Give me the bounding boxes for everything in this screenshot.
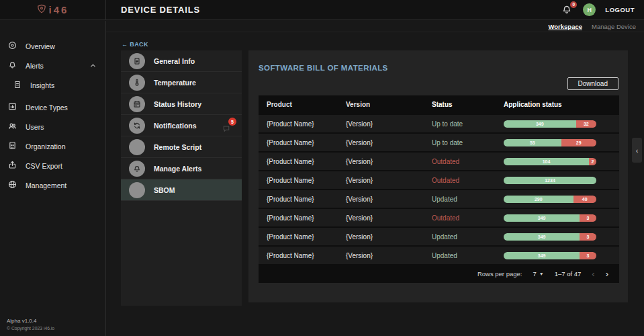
table-row[interactable]: {Product Name} {Version} Updated 349 3 [259, 247, 619, 264]
menu-item-label: Temperature [154, 79, 196, 87]
menu-item-remote-script[interactable]: Remote Script [121, 136, 242, 158]
manage-device-link[interactable]: Manage Device [592, 23, 636, 30]
table-header: Product Version Status Application statu… [259, 95, 619, 114]
sidebar-item-insights[interactable]: Insights [0, 75, 105, 95]
version-cell: {Version} [346, 120, 432, 128]
product-cell: {Product Name} [259, 252, 346, 259]
workspace-link[interactable]: Workspace [548, 23, 582, 30]
back-link[interactable]: ← BACK [122, 41, 148, 48]
version-cell: {Version} [346, 252, 432, 259]
topbar: i46 DEVICE DETAILS 0 H LOGOUT [0, 0, 644, 20]
col-header-status: Status [432, 101, 504, 108]
insights-file-icon [13, 81, 21, 90]
menu-item-notifications[interactable]: Notifications 5 [121, 115, 242, 136]
sidebar: Overview Alerts Insights Device Types Us… [0, 21, 106, 336]
menu-item-general-info[interactable]: General Info [121, 50, 242, 72]
breadcrumb-bar: Workspace Manage Device [106, 21, 644, 32]
avatar[interactable]: H [583, 3, 596, 16]
calendar-icon [129, 96, 145, 112]
bar-red: 29 [561, 139, 596, 146]
menu-item-manage-alerts[interactable]: Manage Alerts [121, 158, 242, 179]
sidebar-item-label: Users [26, 123, 44, 131]
bar-green: 349 [504, 252, 580, 259]
sidebar-item-users[interactable]: Users [0, 117, 105, 136]
version-cell: {Version} [346, 214, 432, 222]
menu-item-label: General Info [154, 57, 195, 65]
device-types-chart-icon [8, 102, 17, 112]
device-menu: General Info Temperature Status History … [121, 50, 242, 306]
table-row[interactable]: {Product Name} {Version} Updated 290 40 [259, 190, 619, 208]
organization-building-icon [8, 141, 17, 151]
menu-item-label: SBOM [154, 186, 175, 194]
notifications-chat-icon [222, 123, 230, 135]
bell-badge: 0 [570, 1, 577, 8]
panel-collapse-handle[interactable]: ‹ [632, 138, 642, 163]
sbom-panel: SOFTWARE BILL OF MATERIALS Download Prod… [248, 50, 628, 302]
bar-green: 53 [504, 139, 561, 146]
notifications-count-badge: 5 [228, 118, 236, 126]
sidebar-item-alerts[interactable]: Alerts [0, 56, 105, 75]
sbom-icon [129, 182, 145, 198]
chevron-up-icon[interactable] [90, 62, 96, 70]
sidebar-item-organization[interactable]: Organization [0, 136, 105, 156]
users-icon [8, 122, 17, 132]
menu-item-sbom[interactable]: SBOM [121, 179, 242, 201]
table-row[interactable]: {Product Name} {Version} Updated 349 3 [259, 228, 619, 245]
pagination-range: 1–7 of 47 [555, 270, 582, 278]
logo[interactable]: i46 [0, 0, 106, 19]
app-status-bar: 1234 [504, 177, 596, 184]
topbar-actions: 0 H LOGOUT [561, 3, 644, 16]
menu-item-label: Remote Script [154, 143, 201, 151]
sidebar-item-label: Device Types [26, 103, 68, 112]
sidebar-item-csv-export[interactable]: CSV Export [0, 156, 105, 175]
table-row[interactable]: {Product Name} {Version} Outdated 104 2 [259, 153, 619, 170]
notifications-badge-wrap: 5 [225, 120, 234, 130]
table-row[interactable]: {Product Name} {Version} Up to date 349 … [259, 115, 619, 132]
version-cell: {Version} [346, 233, 432, 241]
management-globe-icon [8, 180, 17, 190]
product-cell: {Product Name} [259, 158, 346, 165]
pagination-prev-button[interactable]: ‹ [592, 269, 594, 279]
table-row[interactable]: {Product Name} {Version} Up to date 53 2… [259, 134, 619, 151]
col-header-app-status: Application status [504, 101, 619, 108]
bar-red: 3 [580, 214, 596, 222]
table-row[interactable]: {Product Name} {Version} Outdated 349 3 [259, 209, 619, 226]
alerts-bell-icon [8, 60, 17, 71]
table-row[interactable]: {Product Name} {Version} Outdated 1234 [259, 171, 619, 189]
version-cell: {Version} [346, 196, 432, 203]
page-title: DEVICE DETAILS [106, 5, 200, 15]
rows-per-page-select[interactable]: 7 ▼ [533, 270, 543, 278]
remote-script-icon [129, 139, 145, 155]
overview-icon [8, 41, 17, 51]
logo-icon [37, 4, 46, 16]
version-cell: {Version} [346, 158, 432, 165]
sync-icon [129, 118, 145, 134]
csv-export-icon [8, 161, 17, 171]
bar-green: 349 [504, 233, 580, 241]
version-cell: {Version} [346, 139, 432, 146]
notifications-bell-button[interactable]: 0 [561, 4, 573, 16]
sbom-table: Product Version Status Application statu… [259, 95, 619, 283]
status-cell: Updated [432, 233, 504, 241]
menu-item-label: Status History [154, 100, 201, 108]
sidebar-item-device-types[interactable]: Device Types [0, 97, 105, 117]
bar-red: 40 [573, 196, 597, 203]
table-pagination: Rows per page: 7 ▼ 1–7 of 47 ‹ › [259, 264, 619, 283]
status-cell: Outdated [432, 158, 504, 165]
app-status-bar: 349 3 [504, 252, 596, 259]
sidebar-item-label: Alerts [26, 62, 44, 70]
status-cell: Outdated [432, 214, 504, 222]
sidebar-item-label: CSV Export [26, 162, 62, 170]
menu-item-temperature[interactable]: Temperature [121, 72, 242, 93]
download-button[interactable]: Download [567, 77, 618, 90]
rows-per-page-label: Rows per page: [477, 270, 522, 278]
app-status-bar: 349 3 [504, 233, 596, 241]
status-cell: Up to date [432, 120, 504, 128]
pagination-next-button[interactable]: › [606, 269, 608, 279]
logout-button[interactable]: LOGOUT [605, 6, 635, 13]
sidebar-item-management[interactable]: Management [0, 175, 105, 195]
sidebar-item-overview[interactable]: Overview [0, 36, 105, 56]
product-cell: {Product Name} [259, 214, 346, 222]
manage-alerts-bell-icon [129, 161, 145, 177]
menu-item-status-history[interactable]: Status History [121, 93, 242, 115]
